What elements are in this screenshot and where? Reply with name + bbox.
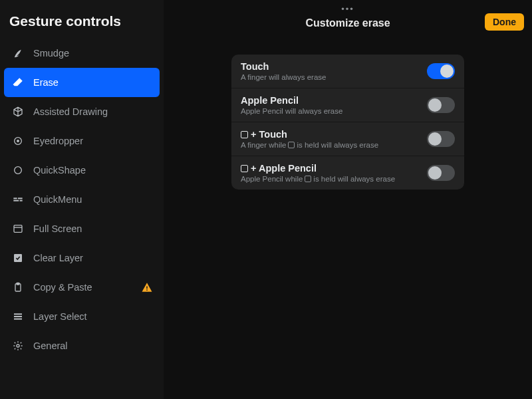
cube-icon (11, 106, 25, 117)
smudge-icon (11, 48, 25, 59)
page-title: Customize erase (305, 17, 390, 32)
svg-rect-4 (18, 198, 23, 199)
svg-rect-16 (14, 319, 22, 320)
main-panel: ••• Customize erase Done Touch A finger … (164, 0, 532, 399)
sidebar-item-quickmenu[interactable]: QuickMenu (4, 185, 160, 214)
sidebar-item-label: Layer Select (33, 311, 87, 322)
layers-icon (11, 311, 25, 322)
sidebar-item-smudge[interactable]: Smudge (4, 39, 160, 68)
sidebar-item-label: Full Screen (33, 223, 82, 234)
sidebar-item-label: General (33, 340, 68, 351)
fullscreen-icon (11, 223, 25, 234)
svg-rect-13 (146, 289, 148, 291)
quickmenu-icon (11, 194, 25, 205)
svg-rect-11 (17, 283, 19, 285)
sidebar-item-label: QuickShape (33, 165, 86, 176)
sidebar-item-label: Copy & Paste (33, 282, 92, 293)
option-subtitle: Apple Pencil will always erase (241, 107, 427, 115)
svg-rect-12 (146, 287, 148, 289)
warning-icon (141, 281, 153, 293)
svg-rect-6 (20, 200, 23, 201)
option-row-apple-pencil: Apple Pencil Apple Pencil will always er… (231, 88, 464, 122)
option-title: + Touch (241, 129, 427, 140)
erase-icon (11, 76, 25, 88)
checkbox-icon (11, 253, 25, 263)
sidebar-item-label: Smudge (33, 48, 69, 59)
toggle-square-apple-pencil[interactable] (427, 165, 455, 181)
done-button[interactable]: Done (485, 13, 524, 31)
option-subtitle: Apple Pencil while is held will always e… (241, 175, 427, 183)
svg-point-17 (17, 344, 19, 347)
sidebar-item-label: Eyedropper (33, 136, 83, 146)
options-group: Touch A finger will always erase Apple P… (231, 55, 464, 190)
sidebar-item-label: Erase (33, 77, 59, 88)
square-icon (288, 142, 295, 148)
option-subtitle: A finger will always erase (241, 73, 427, 81)
sidebar-item-erase[interactable]: Erase (4, 68, 160, 97)
circle-icon (11, 165, 25, 176)
main-header: ••• Customize erase Done (164, 0, 532, 32)
sidebar-item-label: Clear Layer (33, 253, 83, 263)
sidebar-item-label: QuickMenu (33, 194, 82, 205)
sidebar-item-eyedropper[interactable]: Eyedropper (4, 126, 160, 156)
sidebar-item-clear-layer[interactable]: Clear Layer (4, 243, 160, 273)
clipboard-icon (11, 282, 25, 293)
toggle-apple-pencil[interactable] (427, 97, 455, 113)
option-row-square-touch: + Touch A finger while is held will alwa… (231, 122, 464, 156)
option-title: Apple Pencil (241, 95, 427, 106)
sidebar-item-copy-paste[interactable]: Copy & Paste (4, 273, 160, 302)
svg-rect-14 (14, 313, 22, 315)
target-icon (11, 136, 25, 146)
option-row-touch: Touch A finger will always erase (231, 55, 464, 88)
sidebar: Gesture controls Smudge Erase Assisted D… (0, 0, 164, 399)
drag-handle-icon[interactable]: ••• (164, 4, 532, 14)
toggle-touch[interactable] (427, 63, 455, 79)
option-row-square-apple-pencil: + Apple Pencil Apple Pencil while is hel… (231, 156, 464, 190)
svg-rect-15 (14, 316, 22, 317)
square-icon (305, 176, 311, 182)
sidebar-item-general[interactable]: General (4, 331, 160, 360)
svg-point-1 (17, 140, 19, 142)
svg-point-2 (15, 167, 22, 174)
sidebar-title: Gesture controls (0, 9, 164, 36)
svg-rect-3 (13, 198, 17, 199)
sidebar-item-assisted-drawing[interactable]: Assisted Drawing (4, 97, 160, 126)
sidebar-item-quickshape[interactable]: QuickShape (4, 156, 160, 185)
toggle-square-touch[interactable] (427, 131, 455, 147)
gear-icon (11, 340, 25, 351)
svg-rect-5 (13, 200, 19, 201)
option-title: Touch (241, 61, 427, 72)
sidebar-item-label: Assisted Drawing (33, 106, 108, 117)
option-subtitle: A finger while is held will always erase (241, 141, 427, 149)
square-icon (241, 165, 248, 172)
square-icon (241, 131, 248, 138)
sidebar-list: Smudge Erase Assisted Drawing Eyedropper (0, 36, 164, 363)
sidebar-item-full-screen[interactable]: Full Screen (4, 214, 160, 243)
sidebar-item-layer-select[interactable]: Layer Select (4, 302, 160, 331)
svg-rect-7 (14, 225, 22, 233)
option-title: + Apple Pencil (241, 163, 427, 174)
